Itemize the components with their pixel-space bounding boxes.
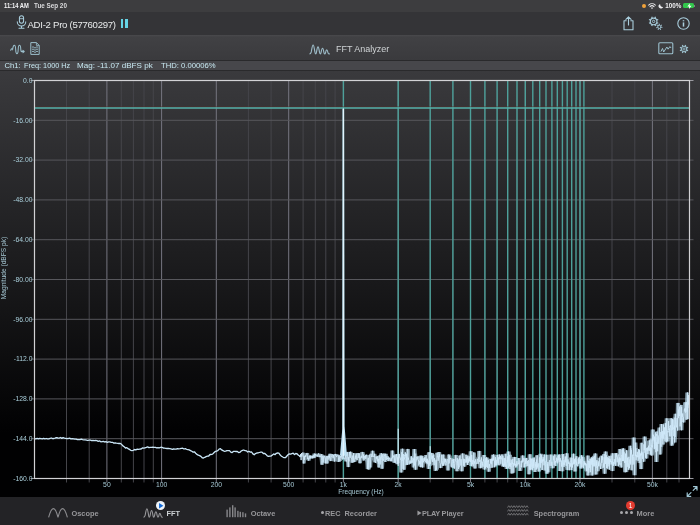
svg-text:10k: 10k (520, 481, 532, 488)
svg-text:50k: 50k (647, 481, 659, 488)
svg-text:50: 50 (103, 481, 111, 488)
svg-text:-128.0: -128.0 (13, 395, 32, 402)
svg-text:0.0: 0.0 (23, 77, 33, 84)
svg-text:-112.0: -112.0 (14, 355, 33, 362)
svg-text:20k: 20k (575, 481, 587, 488)
svg-text:1k: 1k (340, 481, 348, 488)
svg-text:-80.00: -80.00 (13, 276, 32, 283)
svg-text:-64.00: -64.00 (13, 236, 32, 243)
svg-text:Magnitude (dBFS pk): Magnitude (dBFS pk) (0, 237, 8, 299)
svg-text:-48.00: -48.00 (13, 196, 32, 203)
svg-text:-160.0: -160.0 (13, 475, 32, 482)
svg-text:500: 500 (283, 481, 295, 488)
svg-text:-96.00: -96.00 (13, 316, 32, 323)
svg-text:-32.00: -32.00 (13, 156, 32, 163)
svg-text:2k: 2k (395, 481, 403, 488)
svg-text:200: 200 (211, 481, 223, 488)
svg-text:-16.00: -16.00 (13, 117, 32, 124)
svg-text:5k: 5k (467, 481, 475, 488)
svg-text:100: 100 (156, 481, 168, 488)
svg-text:-144.0: -144.0 (13, 435, 32, 442)
svg-text:Frequency (Hz): Frequency (Hz) (338, 488, 383, 496)
